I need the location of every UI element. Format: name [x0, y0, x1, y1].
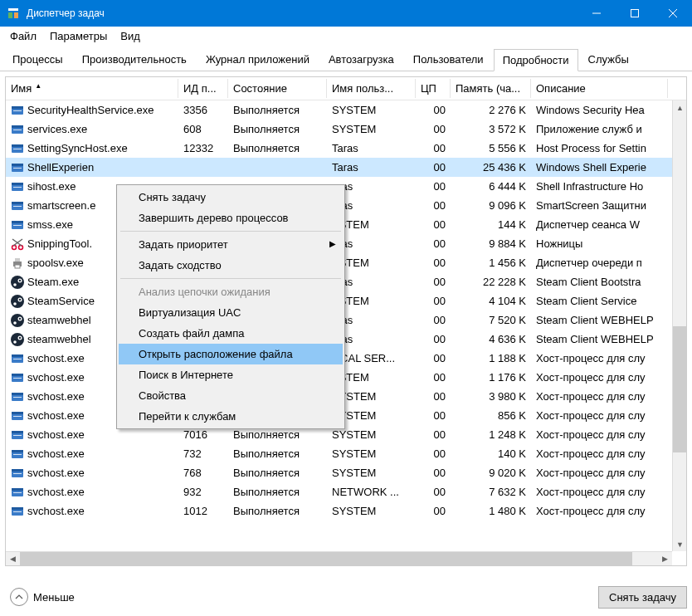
ctx-properties[interactable]: Свойства: [119, 385, 343, 406]
table-row[interactable]: svchost.exeOCAL SER...001 188 KХост-проц…: [6, 349, 686, 368]
svg-rect-54: [13, 359, 22, 359]
table-row[interactable]: svchost.exe9092ВыполняетсяSYSTEM003 980 …: [6, 387, 686, 406]
table-row[interactable]: smartscreen.earas009 096 KSmartScreen За…: [6, 196, 686, 215]
fewer-details-button[interactable]: Меньше: [5, 586, 80, 608]
menu-options[interactable]: Параметры: [43, 28, 114, 44]
table-header: Имя▲ ИД п... Состояние Имя польз... ЦП П…: [6, 77, 686, 100]
end-task-button[interactable]: Снять задачу: [598, 586, 687, 609]
cell-memory: 9 096 K: [451, 198, 531, 213]
cell-cpu: 00: [416, 293, 451, 309]
table-row[interactable]: SnippingTool.aras009 884 KНожницы: [6, 234, 686, 253]
table-row[interactable]: ShellExperienTaras0025 436 KWindows Shel…: [6, 158, 686, 177]
cell-memory: 2 276 K: [451, 102, 531, 118]
table-row[interactable]: SecurityHealthService.exe3356Выполняется…: [6, 100, 686, 120]
cell-cpu: 00: [416, 236, 451, 252]
cell-memory: 856 K: [451, 408, 531, 423]
menu-view[interactable]: Вид: [114, 28, 147, 44]
table-row[interactable]: sihost.exearas006 444 KShell Infrastruct…: [6, 177, 686, 196]
table-row[interactable]: steamwebhelaras004 636 KSteam Client WEB…: [6, 330, 686, 349]
cell-memory: 4 104 K: [451, 293, 531, 309]
app-icon: [7, 7, 20, 20]
svg-rect-65: [12, 431, 23, 433]
scroll-down-icon[interactable]: ▼: [673, 537, 687, 551]
tab-app-history[interactable]: Журнал приложений: [197, 48, 319, 71]
menu-file[interactable]: Файл: [3, 28, 43, 44]
table-row[interactable]: svchost.exe7016ВыполняетсяSYSTEM001 248 …: [6, 425, 686, 444]
cell-description: Steam Client Bootstra: [531, 274, 668, 290]
maximize-button[interactable]: [616, 0, 654, 27]
ctx-search-online[interactable]: Поиск в Интернете: [119, 364, 343, 385]
cell-memory: 144 K: [451, 217, 531, 232]
table-row[interactable]: steamwebhelaras007 520 KSteam Client WEB…: [6, 310, 686, 330]
svg-point-40: [11, 295, 24, 308]
table-row[interactable]: SteamServiceYSTEM004 104 KSteam Client S…: [6, 291, 686, 310]
cell-pid: [178, 166, 228, 169]
cell-cpu: 00: [416, 121, 451, 137]
svg-point-30: [19, 245, 23, 249]
scroll-thumb[interactable]: [673, 326, 686, 453]
table-row[interactable]: services.exe608ВыполняетсяSYSTEM003 572 …: [6, 120, 686, 139]
cell-cpu: 00: [416, 427, 451, 442]
table-row[interactable]: svchost.exe732ВыполняетсяSYSTEM00140 KХо…: [6, 444, 686, 463]
tab-details[interactable]: Подробности: [494, 49, 578, 71]
table-row[interactable]: Steam.exearas0022 228 KSteam Client Boot…: [6, 272, 686, 291]
minimize-button[interactable]: [577, 0, 616, 27]
ctx-goto-services[interactable]: Перейти к службам: [119, 406, 343, 427]
cell-status: Выполняется: [228, 484, 327, 500]
col-status[interactable]: Состояние: [228, 79, 327, 98]
col-pid[interactable]: ИД п...: [178, 79, 228, 98]
svg-rect-53: [12, 354, 23, 357]
cell-memory: 25 436 K: [451, 159, 531, 175]
col-user[interactable]: Имя польз...: [327, 79, 416, 98]
cell-memory: 1 248 K: [451, 427, 531, 442]
cell-description: Хост-процесс для слу: [531, 503, 668, 519]
tab-processes[interactable]: Процессы: [3, 48, 72, 71]
cell-description: Хост-процесс для слу: [531, 369, 668, 385]
cell-memory: 7 520 K: [451, 312, 531, 328]
horizontal-scrollbar[interactable]: ◀ ▶: [6, 551, 672, 565]
table-row[interactable]: svchost.exe1012ВыполняетсяSYSTEM001 480 …: [6, 501, 686, 521]
ctx-end-task[interactable]: Снять задачу: [119, 187, 343, 208]
ctx-uac-virt[interactable]: Виртуализация UAC: [119, 302, 343, 323]
tab-services[interactable]: Службы: [579, 48, 638, 71]
table-row[interactable]: smss.exeYSTEM00144 KДиспетчер сеанса W: [6, 215, 686, 234]
svg-rect-19: [13, 168, 22, 169]
svg-rect-10: [13, 110, 22, 111]
scroll-left-icon[interactable]: ◀: [6, 552, 20, 566]
col-cpu[interactable]: ЦП: [416, 79, 451, 98]
col-memory[interactable]: Память (ча...: [451, 79, 531, 98]
table-row[interactable]: spoolsv.exeYSTEM001 456 KДиспетчер очере…: [6, 253, 686, 272]
ctx-create-dump[interactable]: Создать файл дампа: [119, 323, 343, 344]
svg-rect-21: [12, 183, 23, 185]
tab-startup[interactable]: Автозагрузка: [319, 48, 403, 71]
vertical-scrollbar[interactable]: ▲ ▼: [672, 100, 686, 551]
ctx-end-tree[interactable]: Завершить дерево процессов: [119, 208, 343, 228]
cell-cpu: 00: [416, 465, 451, 481]
table-row[interactable]: svchost.exe768ВыполняетсяSYSTEM009 020 K…: [6, 463, 686, 482]
col-description[interactable]: Описание: [531, 79, 668, 98]
cell-status: Выполняется: [228, 503, 327, 519]
ctx-open-location[interactable]: Открыть расположение файла: [119, 344, 343, 364]
cell-memory: 1 176 K: [451, 369, 531, 385]
scroll-thumb[interactable]: [20, 552, 632, 566]
titlebar[interactable]: Диспетчер задач: [0, 0, 692, 27]
scroll-right-icon[interactable]: ▶: [658, 552, 672, 566]
table-row[interactable]: svchost.exeYSTEM001 176 KХост-процесс дл…: [6, 368, 686, 387]
tab-performance[interactable]: Производительность: [73, 48, 196, 71]
svg-rect-77: [12, 507, 23, 510]
table-row[interactable]: svchost.exe14512ВыполняетсяSYSTEM00856 K…: [6, 406, 686, 425]
tab-users[interactable]: Пользователи: [404, 48, 493, 71]
table-row[interactable]: SettingSyncHost.exe12332ВыполняетсяTaras…: [6, 139, 686, 158]
col-name[interactable]: Имя▲: [6, 79, 178, 98]
table-row[interactable]: svchost.exe932ВыполняетсяNETWORK ...007 …: [6, 482, 686, 501]
cell-memory: 140 K: [451, 446, 531, 462]
cell-memory: 9 020 K: [451, 465, 531, 481]
scroll-up-icon[interactable]: ▲: [673, 100, 687, 115]
ctx-set-priority[interactable]: Задать приоритет▶: [119, 234, 343, 255]
ctx-set-affinity[interactable]: Задать сходство: [119, 255, 343, 276]
svg-point-39: [13, 283, 17, 286]
close-button[interactable]: [654, 0, 692, 27]
cell-name: svchost.exe: [6, 446, 178, 462]
chevron-right-icon: ▶: [329, 239, 336, 248]
cell-status: Выполняется: [228, 465, 327, 481]
